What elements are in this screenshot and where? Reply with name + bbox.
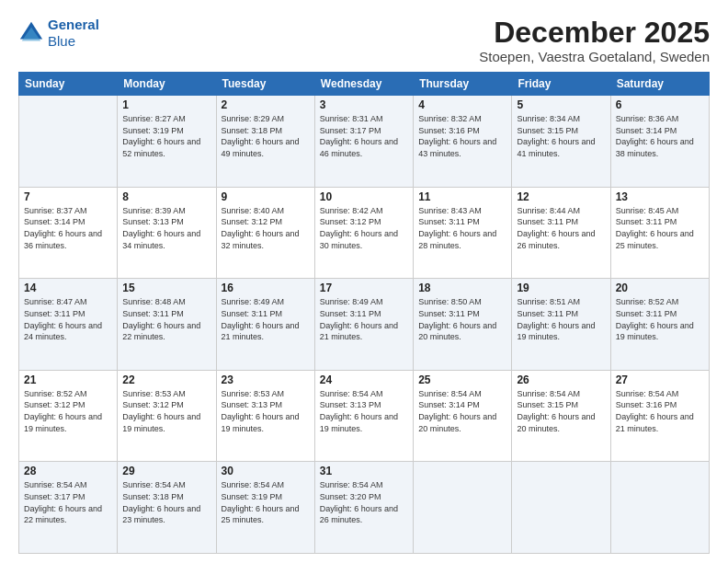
calendar-week-row: 21Sunrise: 8:52 AMSunset: 3:12 PMDayligh… (19, 370, 710, 462)
calendar-day-cell: 18Sunrise: 8:50 AMSunset: 3:11 PMDayligh… (414, 279, 512, 371)
day-info: Sunrise: 8:49 AMSunset: 3:11 PMDaylight:… (320, 296, 408, 342)
weekday-header: Monday (118, 73, 216, 96)
day-info: Sunrise: 8:49 AMSunset: 3:11 PMDaylight:… (222, 296, 310, 342)
calendar-day-cell: 2Sunrise: 8:29 AMSunset: 3:18 PMDaylight… (216, 96, 314, 188)
weekday-header: Wednesday (314, 73, 413, 96)
calendar-day-cell (414, 462, 512, 554)
location-subtitle: Stoepen, Vaestra Goetaland, Sweden (479, 49, 710, 64)
day-info: Sunrise: 8:54 AMSunset: 3:13 PMDaylight:… (320, 388, 408, 434)
day-info: Sunrise: 8:48 AMSunset: 3:11 PMDaylight:… (122, 296, 210, 342)
day-number: 15 (122, 282, 210, 294)
day-info: Sunrise: 8:54 AMSunset: 3:19 PMDaylight:… (222, 479, 310, 525)
calendar-day-cell: 1Sunrise: 8:27 AMSunset: 3:19 PMDaylight… (118, 96, 216, 188)
calendar-week-row: 1Sunrise: 8:27 AMSunset: 3:19 PMDaylight… (19, 96, 710, 188)
calendar-day-cell: 13Sunrise: 8:45 AMSunset: 3:11 PMDayligh… (610, 187, 709, 279)
day-info: Sunrise: 8:45 AMSunset: 3:11 PMDaylight:… (616, 205, 704, 251)
day-info: Sunrise: 8:29 AMSunset: 3:18 PMDaylight:… (222, 113, 310, 159)
day-number: 1 (122, 98, 210, 111)
day-number: 30 (222, 465, 310, 477)
calendar-day-cell: 23Sunrise: 8:53 AMSunset: 3:13 PMDayligh… (216, 370, 314, 462)
calendar-day-cell: 24Sunrise: 8:54 AMSunset: 3:13 PMDayligh… (314, 370, 413, 462)
title-block: December 2025 Stoepen, Vaestra Goetaland… (479, 17, 710, 64)
calendar-day-cell: 17Sunrise: 8:49 AMSunset: 3:11 PMDayligh… (314, 279, 413, 371)
calendar-day-cell: 25Sunrise: 8:54 AMSunset: 3:14 PMDayligh… (414, 370, 512, 462)
logo: General Blue (18, 17, 99, 50)
day-info: Sunrise: 8:54 AMSunset: 3:17 PMDaylight:… (24, 479, 112, 525)
day-number: 5 (517, 98, 605, 111)
page: General Blue December 2025 Stoepen, Vaes… (0, 0, 728, 563)
day-info: Sunrise: 8:53 AMSunset: 3:13 PMDaylight:… (222, 388, 310, 434)
day-number: 12 (517, 190, 605, 203)
day-number: 26 (517, 373, 605, 386)
calendar-day-cell: 27Sunrise: 8:54 AMSunset: 3:16 PMDayligh… (610, 370, 709, 462)
header: General Blue December 2025 Stoepen, Vaes… (18, 17, 710, 64)
calendar-day-cell: 14Sunrise: 8:47 AMSunset: 3:11 PMDayligh… (19, 279, 118, 371)
day-info: Sunrise: 8:36 AMSunset: 3:14 PMDaylight:… (616, 113, 704, 159)
day-number: 11 (418, 190, 506, 203)
calendar-day-cell (512, 462, 610, 554)
day-number: 4 (418, 98, 506, 111)
day-info: Sunrise: 8:53 AMSunset: 3:12 PMDaylight:… (122, 388, 210, 434)
day-info: Sunrise: 8:37 AMSunset: 3:14 PMDaylight:… (24, 205, 112, 251)
day-info: Sunrise: 8:27 AMSunset: 3:19 PMDaylight:… (122, 113, 210, 159)
calendar-day-cell: 12Sunrise: 8:44 AMSunset: 3:11 PMDayligh… (512, 187, 610, 279)
logo-text: General Blue (48, 17, 99, 50)
calendar-day-cell: 28Sunrise: 8:54 AMSunset: 3:17 PMDayligh… (19, 462, 118, 554)
calendar-day-cell (19, 96, 118, 188)
day-number: 18 (418, 282, 506, 294)
day-info: Sunrise: 8:42 AMSunset: 3:12 PMDaylight:… (320, 205, 408, 251)
logo-line1: General (48, 17, 99, 33)
day-number: 20 (616, 282, 704, 294)
calendar-day-cell: 16Sunrise: 8:49 AMSunset: 3:11 PMDayligh… (216, 279, 314, 371)
day-info: Sunrise: 8:31 AMSunset: 3:17 PMDaylight:… (320, 113, 408, 159)
day-number: 8 (122, 190, 210, 203)
calendar-day-cell: 21Sunrise: 8:52 AMSunset: 3:12 PMDayligh… (19, 370, 118, 462)
day-info: Sunrise: 8:52 AMSunset: 3:11 PMDaylight:… (616, 296, 704, 342)
calendar-day-cell: 11Sunrise: 8:43 AMSunset: 3:11 PMDayligh… (414, 187, 512, 279)
day-info: Sunrise: 8:54 AMSunset: 3:18 PMDaylight:… (122, 479, 210, 525)
day-info: Sunrise: 8:54 AMSunset: 3:16 PMDaylight:… (616, 388, 704, 434)
calendar-day-cell: 30Sunrise: 8:54 AMSunset: 3:19 PMDayligh… (216, 462, 314, 554)
day-number: 19 (517, 282, 605, 294)
calendar-week-row: 7Sunrise: 8:37 AMSunset: 3:14 PMDaylight… (19, 187, 710, 279)
day-number: 25 (418, 373, 506, 386)
logo-icon (18, 20, 44, 46)
calendar-day-cell: 9Sunrise: 8:40 AMSunset: 3:12 PMDaylight… (216, 187, 314, 279)
day-info: Sunrise: 8:39 AMSunset: 3:13 PMDaylight:… (122, 205, 210, 251)
month-title: December 2025 (479, 17, 710, 49)
day-number: 31 (320, 465, 408, 477)
day-number: 17 (320, 282, 408, 294)
day-number: 3 (320, 98, 408, 111)
calendar-day-cell: 5Sunrise: 8:34 AMSunset: 3:15 PMDaylight… (512, 96, 610, 188)
day-number: 28 (24, 465, 112, 477)
day-info: Sunrise: 8:44 AMSunset: 3:11 PMDaylight:… (517, 205, 605, 251)
weekday-header: Tuesday (216, 73, 314, 96)
calendar-day-cell: 20Sunrise: 8:52 AMSunset: 3:11 PMDayligh… (610, 279, 709, 371)
weekday-header: Thursday (414, 73, 512, 96)
calendar-day-cell: 15Sunrise: 8:48 AMSunset: 3:11 PMDayligh… (118, 279, 216, 371)
calendar-day-cell: 4Sunrise: 8:32 AMSunset: 3:16 PMDaylight… (414, 96, 512, 188)
day-info: Sunrise: 8:52 AMSunset: 3:12 PMDaylight:… (24, 388, 112, 434)
day-info: Sunrise: 8:32 AMSunset: 3:16 PMDaylight:… (418, 113, 506, 159)
day-info: Sunrise: 8:54 AMSunset: 3:14 PMDaylight:… (418, 388, 506, 434)
day-info: Sunrise: 8:50 AMSunset: 3:11 PMDaylight:… (418, 296, 506, 342)
calendar-day-cell: 29Sunrise: 8:54 AMSunset: 3:18 PMDayligh… (118, 462, 216, 554)
day-number: 27 (616, 373, 704, 386)
calendar-week-row: 28Sunrise: 8:54 AMSunset: 3:17 PMDayligh… (19, 462, 710, 554)
calendar-day-cell: 8Sunrise: 8:39 AMSunset: 3:13 PMDaylight… (118, 187, 216, 279)
weekday-header: Sunday (19, 73, 118, 96)
calendar-table: SundayMondayTuesdayWednesdayThursdayFrid… (18, 72, 710, 554)
calendar-day-cell: 26Sunrise: 8:54 AMSunset: 3:15 PMDayligh… (512, 370, 610, 462)
calendar-day-cell: 22Sunrise: 8:53 AMSunset: 3:12 PMDayligh… (118, 370, 216, 462)
day-info: Sunrise: 8:43 AMSunset: 3:11 PMDaylight:… (418, 205, 506, 251)
day-info: Sunrise: 8:40 AMSunset: 3:12 PMDaylight:… (222, 205, 310, 251)
calendar-day-cell: 19Sunrise: 8:51 AMSunset: 3:11 PMDayligh… (512, 279, 610, 371)
day-number: 22 (122, 373, 210, 386)
logo-line2: Blue (48, 33, 99, 50)
day-info: Sunrise: 8:47 AMSunset: 3:11 PMDaylight:… (24, 296, 112, 342)
day-number: 13 (616, 190, 704, 203)
calendar-header-row: SundayMondayTuesdayWednesdayThursdayFrid… (19, 73, 710, 96)
calendar-day-cell: 3Sunrise: 8:31 AMSunset: 3:17 PMDaylight… (314, 96, 413, 188)
day-number: 29 (122, 465, 210, 477)
calendar-week-row: 14Sunrise: 8:47 AMSunset: 3:11 PMDayligh… (19, 279, 710, 371)
